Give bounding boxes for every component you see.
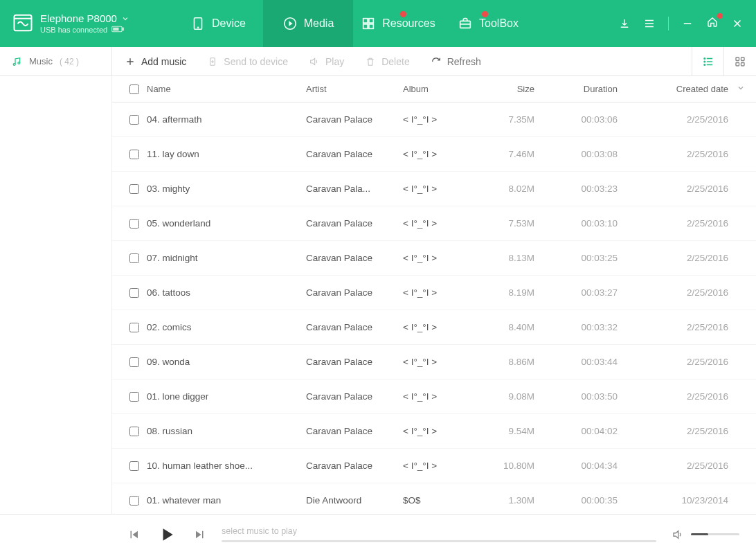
cell-artist: Die Antwoord [306, 495, 403, 506]
cell-album: < I°_°I > [403, 391, 486, 402]
toolbox-icon [458, 16, 473, 31]
col-created[interactable]: Created date [631, 84, 728, 94]
nav-label-resources: Resources [382, 17, 435, 30]
select-all-checkbox[interactable] [129, 84, 139, 94]
notification-dot-icon [482, 11, 488, 17]
table-row[interactable]: 08. russianCaravan Palace< I°_°I >9.54M0… [112, 414, 756, 449]
list-icon [702, 55, 714, 68]
table-row[interactable]: 02. comicsCaravan Palace< I°_°I >8.40M00… [112, 310, 756, 345]
svg-rect-8 [369, 19, 373, 23]
player-prev-button[interactable] [127, 528, 140, 541]
sidebar-item-music[interactable]: Music ( 42 ) [0, 47, 112, 75]
speaker-icon [309, 56, 320, 67]
add-music-button[interactable]: Add music [125, 56, 186, 67]
col-size[interactable]: Size [486, 84, 555, 94]
cell-date: 2/25/2016 [631, 287, 728, 298]
nav-label-device: Device [212, 17, 246, 30]
send-icon [207, 56, 218, 67]
svg-rect-3 [113, 27, 118, 30]
table-row[interactable]: 07. midnightCaravan Palace< I°_°I >8.13M… [112, 241, 756, 276]
cell-artist: Caravan Palace [306, 391, 403, 402]
cell-duration: 00:04:02 [555, 426, 631, 436]
table-row[interactable]: 11. lay downCaravan Palace< I°_°I >7.46M… [112, 137, 756, 172]
cell-artist: Caravan Palace [306, 114, 403, 125]
row-checkbox[interactable] [129, 150, 139, 159]
table-row[interactable]: 01. whatever manDie Antwoord$O$1.30M00:0… [112, 483, 756, 514]
cell-name: 01. whatever man [147, 495, 306, 506]
send-to-device-button[interactable]: Send to device [207, 56, 288, 67]
device-name: Elephone P8000 [40, 12, 117, 26]
cell-date: 2/25/2016 [631, 218, 728, 229]
cell-album: < I°_°I > [403, 287, 486, 298]
cell-duration: 00:00:35 [555, 495, 631, 506]
column-menu-icon[interactable] [728, 84, 745, 94]
table-row[interactable]: 03. mightyCaravan Pala...< I°_°I >8.02M0… [112, 172, 756, 206]
svg-rect-7 [363, 19, 368, 23]
download-icon[interactable] [618, 17, 631, 30]
row-checkbox[interactable] [129, 461, 139, 471]
delete-button[interactable]: Delete [365, 56, 409, 67]
cell-size: 8.13M [486, 253, 555, 263]
close-icon[interactable] [731, 17, 744, 30]
col-duration[interactable]: Duration [555, 84, 631, 94]
cell-name: 06. tattoos [147, 287, 306, 298]
row-checkbox[interactable] [129, 115, 139, 125]
row-checkbox[interactable] [129, 496, 139, 506]
row-checkbox[interactable] [129, 392, 139, 402]
table-row[interactable]: 04. aftermathCaravan Palace< I°_°I >7.35… [112, 102, 756, 137]
cell-size: 9.08M [486, 391, 555, 402]
volume-slider[interactable] [691, 533, 739, 535]
nav-tab-resources[interactable]: Resources [353, 0, 443, 47]
table-row[interactable]: 06. tattoosCaravan Palace< I°_°I >8.19M0… [112, 276, 756, 310]
cell-name: 02. comics [147, 322, 306, 332]
table-row[interactable]: 09. wondaCaravan Palace< I°_°I >8.86M00:… [112, 345, 756, 379]
table-body: 04. aftermathCaravan Palace< I°_°I >7.35… [112, 102, 756, 514]
cell-artist: Caravan Palace [306, 287, 403, 298]
view-grid-button[interactable] [724, 47, 756, 76]
row-checkbox[interactable] [129, 253, 139, 263]
cell-name: 09. wonda [147, 357, 306, 367]
trash-icon [365, 56, 376, 67]
nav-tab-device[interactable]: Device [173, 0, 263, 47]
cell-album: < I°_°I > [403, 114, 486, 125]
table-row[interactable]: 10. human leather shoe...Caravan Palace<… [112, 449, 756, 483]
svg-point-12 [13, 63, 15, 65]
music-table: Name Artist Album Size Duration Created … [112, 76, 756, 514]
cell-date: 2/25/2016 [631, 253, 728, 263]
svg-point-16 [704, 61, 705, 62]
minimize-icon[interactable] [681, 17, 694, 30]
table-row[interactable]: 05. wonderlandCaravan Palace< I°_°I >7.5… [112, 206, 756, 241]
table-row[interactable]: 01. lone diggerCaravan Palace< I°_°I >9.… [112, 379, 756, 414]
nav-tab-toolbox[interactable]: ToolBox [443, 0, 533, 47]
refresh-button[interactable]: Refresh [431, 56, 481, 67]
cell-duration: 00:04:34 [555, 461, 631, 471]
player-next-button[interactable] [194, 528, 206, 541]
player-progress[interactable] [222, 540, 656, 542]
row-checkbox[interactable] [129, 357, 139, 367]
row-checkbox[interactable] [129, 323, 139, 332]
row-checkbox[interactable] [129, 288, 139, 298]
view-list-button[interactable] [692, 47, 724, 76]
cell-album: < I°_°I > [403, 253, 486, 263]
play-button[interactable]: Play [309, 56, 344, 67]
cell-size: 9.54M [486, 426, 555, 436]
player-play-button[interactable] [158, 526, 176, 544]
col-album[interactable]: Album [403, 84, 486, 94]
player-track[interactable]: select music to play [222, 526, 656, 542]
row-checkbox[interactable] [129, 427, 139, 436]
nav-tab-media[interactable]: Media [263, 0, 353, 47]
notification-dot-icon [400, 11, 406, 17]
home-button[interactable] [706, 16, 719, 31]
menu-icon[interactable] [643, 17, 656, 30]
device-block[interactable]: Elephone P8000 USB has connected [0, 0, 173, 47]
battery-icon [111, 26, 124, 35]
cell-name: 08. russian [147, 426, 306, 436]
col-name[interactable]: Name [147, 84, 306, 94]
chevron-down-icon[interactable] [121, 15, 129, 23]
volume-icon[interactable] [672, 528, 684, 541]
row-checkbox[interactable] [129, 219, 139, 229]
home-icon [706, 16, 719, 28]
col-artist[interactable]: Artist [306, 84, 403, 94]
cell-date: 10/23/2014 [631, 495, 728, 506]
row-checkbox[interactable] [129, 184, 139, 194]
